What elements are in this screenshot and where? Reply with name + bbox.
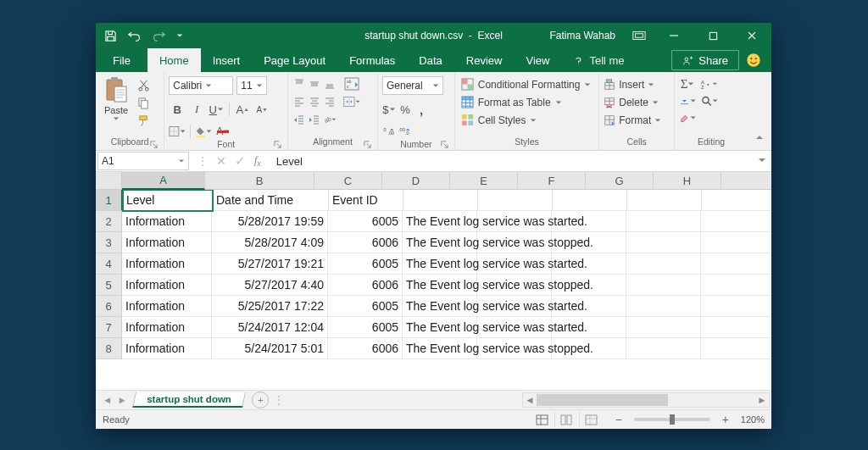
- formula-bar-input[interactable]: Level: [273, 155, 753, 168]
- cell-D2[interactable]: The Event log service was started.: [403, 211, 477, 232]
- copy-icon[interactable]: [136, 96, 151, 110]
- fx-icon[interactable]: fx: [254, 154, 261, 168]
- tab-view[interactable]: View: [514, 48, 561, 72]
- scroll-right-icon[interactable]: ►: [755, 395, 769, 405]
- align-top-icon[interactable]: [292, 76, 306, 92]
- feedback-smiley-icon[interactable]: [746, 48, 761, 72]
- tab-nav-next-icon[interactable]: ►: [117, 395, 126, 405]
- name-box[interactable]: A1: [97, 152, 189, 170]
- cell-B6[interactable]: 5/25/2017 17:22: [212, 296, 328, 317]
- increase-indent-icon[interactable]: [308, 112, 321, 127]
- zoom-slider[interactable]: [634, 418, 710, 421]
- align-bottom-icon[interactable]: [323, 76, 337, 92]
- tab-review[interactable]: Review: [454, 48, 515, 72]
- cell-C4[interactable]: 6005: [328, 253, 403, 275]
- col-header-A[interactable]: A: [122, 172, 205, 190]
- close-button[interactable]: [732, 23, 771, 48]
- tab-file[interactable]: File: [96, 48, 147, 72]
- number-format-combo[interactable]: General: [382, 76, 443, 95]
- cell-A5[interactable]: Information: [122, 275, 212, 296]
- col-header-G[interactable]: G: [586, 172, 654, 189]
- row-header[interactable]: 3: [96, 232, 122, 253]
- cell-A4[interactable]: Information: [122, 253, 212, 275]
- align-left-icon[interactable]: [292, 94, 306, 109]
- sort-filter-icon[interactable]: AZ: [701, 76, 718, 92]
- underline-icon[interactable]: U: [208, 102, 225, 117]
- fill-color-icon[interactable]: [195, 124, 212, 139]
- align-middle-icon[interactable]: [308, 76, 321, 92]
- view-page-break-icon[interactable]: [579, 412, 604, 427]
- cell-F1[interactable]: [553, 190, 627, 211]
- delete-cells-button[interactable]: Delete: [604, 94, 661, 110]
- cell-C6[interactable]: 6005: [328, 296, 403, 317]
- tell-me-box[interactable]: Tell me: [561, 48, 636, 72]
- grid-body[interactable]: 1LevelDate and TimeEvent ID2Information5…: [96, 190, 771, 390]
- find-select-icon[interactable]: [701, 93, 718, 108]
- comma-format-icon[interactable]: ,: [415, 102, 428, 117]
- cell-G3[interactable]: [626, 232, 701, 253]
- cell-D7[interactable]: The Event log service was started.: [403, 317, 477, 338]
- undo-icon[interactable]: [127, 31, 142, 42]
- font-color-icon[interactable]: A: [214, 124, 231, 139]
- orientation-icon[interactable]: ab: [323, 112, 337, 127]
- cell-A7[interactable]: Information: [122, 317, 212, 338]
- format-cells-button[interactable]: Format: [604, 112, 661, 128]
- col-header-F[interactable]: F: [518, 172, 586, 189]
- conditional-formatting-button[interactable]: Conditional Formatting: [459, 76, 593, 92]
- maximize-button[interactable]: [693, 23, 732, 48]
- cell-A6[interactable]: Information: [122, 296, 212, 317]
- clipboard-launcher-icon[interactable]: [149, 140, 159, 150]
- cell-G1[interactable]: [627, 190, 702, 211]
- scroll-left-icon[interactable]: ◄: [523, 395, 537, 405]
- cell-H3[interactable]: [701, 232, 771, 253]
- select-all-corner[interactable]: [96, 172, 122, 189]
- zoom-out-button[interactable]: −: [612, 413, 626, 426]
- decrease-decimal-icon[interactable]: .00.0: [398, 124, 412, 139]
- cell-A3[interactable]: Information: [122, 232, 212, 253]
- cut-icon[interactable]: [136, 78, 151, 92]
- minimize-button[interactable]: [654, 23, 693, 48]
- cell-B5[interactable]: 5/27/2017 4:40: [212, 275, 328, 296]
- row-header[interactable]: 7: [96, 317, 122, 338]
- alignment-launcher-icon[interactable]: [363, 140, 373, 150]
- qat-customize-icon[interactable]: [176, 32, 183, 39]
- col-header-B[interactable]: B: [205, 172, 314, 189]
- save-icon[interactable]: [104, 30, 117, 42]
- column-headers[interactable]: ABCDEFGH: [96, 172, 771, 190]
- autosum-icon[interactable]: Σ: [679, 76, 696, 92]
- cell-H7[interactable]: [701, 317, 771, 338]
- cell-B4[interactable]: 5/27/2017 19:21: [212, 253, 328, 275]
- cell-G8[interactable]: [626, 338, 701, 359]
- cell-C3[interactable]: 6006: [328, 232, 403, 253]
- cell-C1[interactable]: Event ID: [329, 190, 403, 211]
- increase-decimal-icon[interactable]: .0.00: [382, 124, 396, 139]
- sheet-tab-active[interactable]: startup shut down: [132, 392, 245, 408]
- cell-G4[interactable]: [626, 253, 701, 275]
- cell-A1[interactable]: Level: [123, 190, 213, 211]
- cell-D3[interactable]: The Event log service was stopped.: [403, 232, 477, 253]
- wrap-text-icon[interactable]: abc: [343, 76, 360, 92]
- cell-H2[interactable]: [701, 211, 771, 232]
- redo-icon[interactable]: [152, 31, 166, 42]
- row-header[interactable]: 4: [96, 253, 122, 275]
- tab-insert[interactable]: Insert: [201, 48, 253, 72]
- ribbon-display-options-icon[interactable]: [624, 31, 654, 41]
- borders-icon[interactable]: [169, 124, 186, 139]
- cell-D1[interactable]: [403, 190, 478, 211]
- increase-font-icon[interactable]: A: [234, 102, 251, 117]
- share-button[interactable]: Share: [671, 50, 739, 70]
- cell-H1[interactable]: [702, 190, 771, 211]
- collapse-ribbon-icon[interactable]: [748, 127, 771, 150]
- cell-B1[interactable]: Date and Time: [213, 190, 329, 211]
- row-header[interactable]: 8: [96, 338, 122, 359]
- cell-A2[interactable]: Information: [122, 211, 212, 232]
- accounting-format-icon[interactable]: $: [382, 102, 396, 117]
- cell-C5[interactable]: 6006: [328, 275, 403, 296]
- decrease-font-icon[interactable]: A: [253, 102, 270, 117]
- tab-page-layout[interactable]: Page Layout: [252, 48, 337, 72]
- decrease-indent-icon[interactable]: [292, 112, 306, 127]
- format-painter-icon[interactable]: [136, 114, 151, 128]
- col-header-E[interactable]: E: [450, 172, 518, 189]
- number-launcher-icon[interactable]: [440, 140, 450, 150]
- zoom-level[interactable]: 120%: [741, 414, 765, 425]
